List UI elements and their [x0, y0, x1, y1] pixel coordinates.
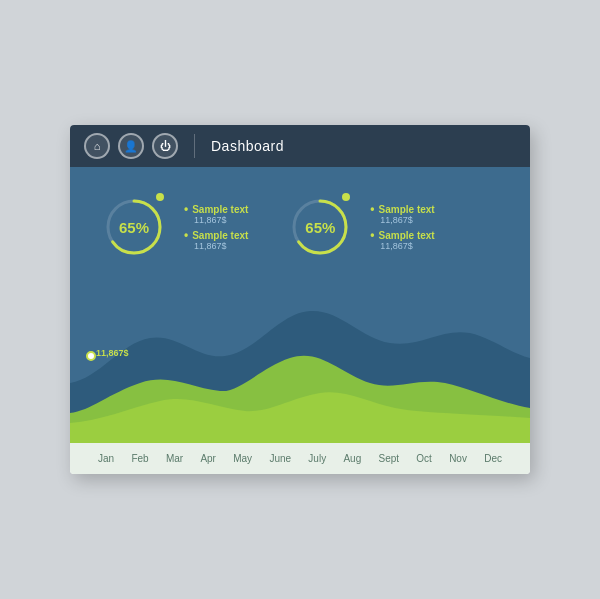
circular-gauge-1: 65% — [98, 191, 170, 263]
axis-june: June — [269, 453, 291, 464]
nav-divider — [194, 134, 195, 158]
dashboard-card: ⌂ 👤 ⏻ Dashboard 65% — [70, 125, 530, 474]
axis-dec: Dec — [484, 453, 502, 464]
area-chart: 11,867$ — [70, 283, 530, 443]
navbar: ⌂ 👤 ⏻ Dashboard — [70, 125, 530, 167]
axis-feb: Feb — [131, 453, 148, 464]
legend-value-2b: 11,867$ — [380, 241, 434, 251]
gauge-widget-1: 65% Sample text 11,867$ Sample text 11,8… — [98, 191, 248, 263]
axis-mar: Mar — [166, 453, 183, 464]
gauge-dot-1 — [156, 193, 164, 201]
chart-tooltip-label: 11,867$ — [96, 348, 129, 358]
axis-aug: Aug — [343, 453, 361, 464]
gauge-legend-2: Sample text 11,867$ Sample text 11,867$ — [370, 203, 434, 251]
legend-label-1a: Sample text — [184, 203, 248, 215]
axis-nov: Nov — [449, 453, 467, 464]
nav-title: Dashboard — [211, 138, 284, 154]
gauge-percent-2: 65% — [305, 219, 335, 236]
legend-item-2b: Sample text 11,867$ — [370, 229, 434, 251]
legend-item-2a: Sample text 11,867$ — [370, 203, 434, 225]
axis-may: May — [233, 453, 252, 464]
axis-july: July — [308, 453, 326, 464]
gauge-widget-2: 65% Sample text 11,867$ Sample text 11,8… — [284, 191, 434, 263]
gauge-legend-1: Sample text 11,867$ Sample text 11,867$ — [184, 203, 248, 251]
gauge-percent-1: 65% — [119, 219, 149, 236]
legend-item-1a: Sample text 11,867$ — [184, 203, 248, 225]
legend-value-1b: 11,867$ — [194, 241, 248, 251]
legend-item-1b: Sample text 11,867$ — [184, 229, 248, 251]
nav-icon-group: ⌂ 👤 ⏻ — [84, 133, 178, 159]
axis-sept: Sept — [378, 453, 399, 464]
user-button[interactable]: 👤 — [118, 133, 144, 159]
gauges-row: 65% Sample text 11,867$ Sample text 11,8… — [98, 191, 502, 263]
axis-apr: Apr — [200, 453, 216, 464]
circular-gauge-2: 65% — [284, 191, 356, 263]
home-button[interactable]: ⌂ — [84, 133, 110, 159]
power-button[interactable]: ⏻ — [152, 133, 178, 159]
legend-label-2a: Sample text — [370, 203, 434, 215]
legend-label-2b: Sample text — [370, 229, 434, 241]
legend-value-2a: 11,867$ — [380, 215, 434, 225]
chart-tooltip-dot — [86, 351, 96, 361]
axis-oct: Oct — [416, 453, 432, 464]
main-content: 65% Sample text 11,867$ Sample text 11,8… — [70, 167, 530, 443]
legend-label-1b: Sample text — [184, 229, 248, 241]
legend-value-1a: 11,867$ — [194, 215, 248, 225]
axis-jan: Jan — [98, 453, 114, 464]
x-axis: Jan Feb Mar Apr May June July Aug Sept O… — [70, 443, 530, 474]
